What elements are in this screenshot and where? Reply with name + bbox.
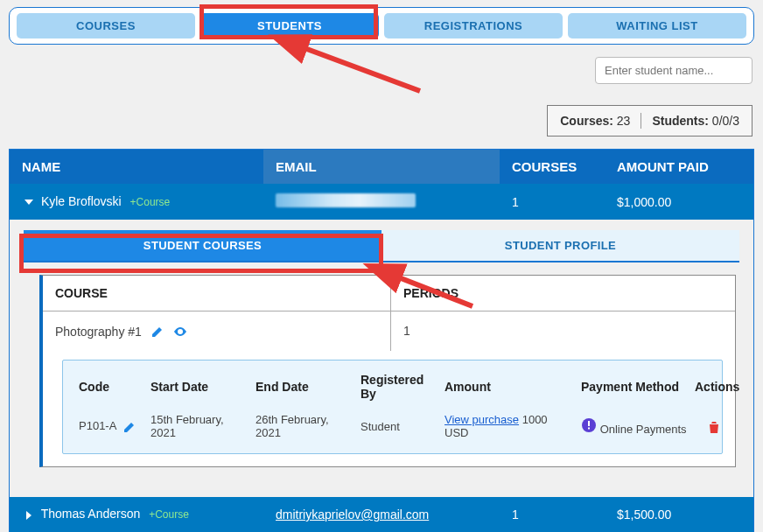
main-tabs: COURSES STUDENTS REGISTRATIONS WAITING L… [9, 7, 754, 45]
th-amount[interactable]: AMOUNT PAID [605, 150, 753, 184]
student-email[interactable]: dmitriykaprielov@gmail.com [276, 508, 429, 522]
student-name: Kyle Broflovski [41, 194, 122, 208]
ih-code: Code [75, 376, 147, 402]
student-course-detail: COURSE PERIODS Photography #1 1 Code [39, 275, 736, 467]
search-input[interactable] [595, 57, 752, 84]
chevron-right-icon[interactable] [22, 507, 32, 522]
subtab-student-profile[interactable]: STUDENT PROFILE [382, 230, 739, 262]
table-row[interactable]: Thomas Anderson +Course dmitriykaprielov… [10, 497, 753, 531]
summary-box: Courses: 23 Students: 0/0/3 [547, 105, 752, 136]
student-name: Thomas Anderson [41, 507, 141, 521]
student-courses-count: 1 [500, 498, 605, 531]
student-subtabs: STUDENT COURSES STUDENT PROFILE [24, 230, 739, 262]
students-table: NAME EMAIL COURSES AMOUNT PAID Kyle Brof… [9, 149, 754, 532]
tab-registrations[interactable]: REGISTRATIONS [384, 13, 563, 38]
delete-icon[interactable] [707, 419, 721, 432]
edit-icon[interactable] [150, 324, 164, 339]
svg-rect-2 [588, 427, 590, 429]
ih-end: End Date [252, 376, 357, 402]
ih-pay: Payment Method [578, 376, 691, 402]
ih-actions: Actions [691, 376, 743, 402]
summary-students-value: 0/0/3 [712, 114, 739, 128]
summary-courses-label: Courses: [560, 114, 613, 128]
student-email-redacted [276, 193, 416, 207]
edit-code-icon[interactable] [122, 419, 136, 432]
registration-detail: Code Start Date End Date Registered By A… [62, 360, 723, 454]
ih-start: Start Date [147, 376, 252, 402]
student-amount-paid: $1,500.00 [605, 498, 753, 531]
info-icon[interactable] [581, 423, 600, 436]
tab-courses[interactable]: COURSES [17, 13, 195, 38]
summary-courses-value: 23 [617, 114, 631, 128]
subtab-student-courses[interactable]: STUDENT COURSES [24, 230, 382, 262]
student-amount-paid: $1,000.00 [605, 186, 753, 219]
add-course-link[interactable]: +Course [149, 508, 189, 521]
svg-rect-1 [588, 421, 590, 426]
course-name: Photography #1 [55, 325, 142, 339]
view-purchase-link[interactable]: View purchase [444, 413, 519, 426]
summary-students-label: Students: [652, 114, 709, 128]
reg-code: P101-A [79, 419, 116, 432]
course-periods: 1 [391, 312, 735, 351]
add-course-link[interactable]: +Course [130, 196, 171, 208]
dh-periods: PERIODS [391, 276, 735, 311]
table-row[interactable]: Kyle Broflovski +Course 1 $1,000.00 [10, 184, 753, 220]
eye-icon[interactable] [173, 324, 187, 339]
dh-course: COURSE [43, 276, 391, 311]
ih-amount: Amount [441, 376, 578, 402]
th-email[interactable]: EMAIL [263, 150, 500, 184]
ih-reg: Registered By [357, 369, 441, 410]
payment-method: Online Payments [600, 423, 687, 436]
tab-waiting-list[interactable]: WAITING LIST [568, 13, 746, 38]
reg-by: Student [357, 416, 441, 437]
tab-students[interactable]: STUDENTS [200, 13, 379, 38]
th-courses[interactable]: COURSES [500, 150, 605, 184]
th-name[interactable]: NAME [10, 150, 263, 184]
chevron-down-icon[interactable] [22, 194, 32, 209]
reg-start-date: 15th February, 2021 [147, 410, 252, 443]
student-courses-count: 1 [500, 186, 605, 219]
reg-end-date: 26th February, 2021 [252, 410, 357, 443]
